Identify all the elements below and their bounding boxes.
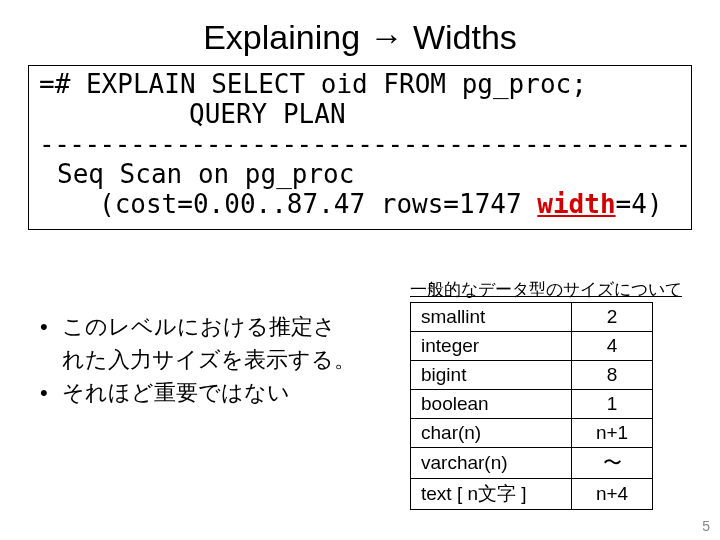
bullet-1-line-2: れた入力サイズを表示する。 (62, 347, 356, 372)
type-cell: smallint (411, 303, 572, 332)
size-cell: 8 (572, 361, 653, 390)
table-row: bigint8 (411, 361, 653, 390)
table-row: text [ n文字 ]n+4 (411, 479, 653, 510)
code-line-1: =# EXPLAIN SELECT oid FROM pg_proc; (39, 70, 681, 100)
code-seq-scan: Seq Scan on pg_proc (39, 160, 681, 190)
bullet-list: • このレベルにおける推定さ れた入力サイズを表示する。 • それほど重要ではな… (40, 310, 390, 409)
bullet-dot: • (40, 310, 62, 376)
datatype-size-table: smallint2 integer4 bigint8 boolean1 char… (410, 302, 653, 510)
table-row: char(n)n+1 (411, 419, 653, 448)
size-cell: n+4 (572, 479, 653, 510)
cost-prefix: (cost=0.00..87.47 rows=1747 (99, 189, 537, 219)
bullet-2: それほど重要ではない (62, 376, 290, 409)
page-title: Explaining → Widths (0, 18, 720, 57)
page-number: 5 (702, 518, 710, 534)
type-cell: text [ n文字 ] (411, 479, 572, 510)
code-divider: ----------------------------------------… (39, 130, 681, 160)
code-cost-line: (cost=0.00..87.47 rows=1747 width=4) (39, 190, 681, 220)
bullet-dot: • (40, 376, 62, 409)
table-caption: 一般的なデータ型のサイズについて (410, 278, 682, 301)
size-cell: 2 (572, 303, 653, 332)
table-row: boolean1 (411, 390, 653, 419)
type-cell: boolean (411, 390, 572, 419)
size-cell: 4 (572, 332, 653, 361)
type-cell: bigint (411, 361, 572, 390)
type-cell: integer (411, 332, 572, 361)
cost-suffix: =4) (616, 189, 663, 219)
type-cell: varchar(n) (411, 448, 572, 479)
query-plan-box: =# EXPLAIN SELECT oid FROM pg_proc; QUER… (28, 65, 692, 230)
code-line-2: QUERY PLAN (39, 100, 681, 130)
type-cell: char(n) (411, 419, 572, 448)
bullet-1-line-1: このレベルにおける推定さ (62, 314, 336, 339)
width-highlight: width (537, 189, 615, 219)
table-row: varchar(n)〜 (411, 448, 653, 479)
size-cell: n+1 (572, 419, 653, 448)
table-row: smallint2 (411, 303, 653, 332)
size-cell: 〜 (572, 448, 653, 479)
size-cell: 1 (572, 390, 653, 419)
table-row: integer4 (411, 332, 653, 361)
